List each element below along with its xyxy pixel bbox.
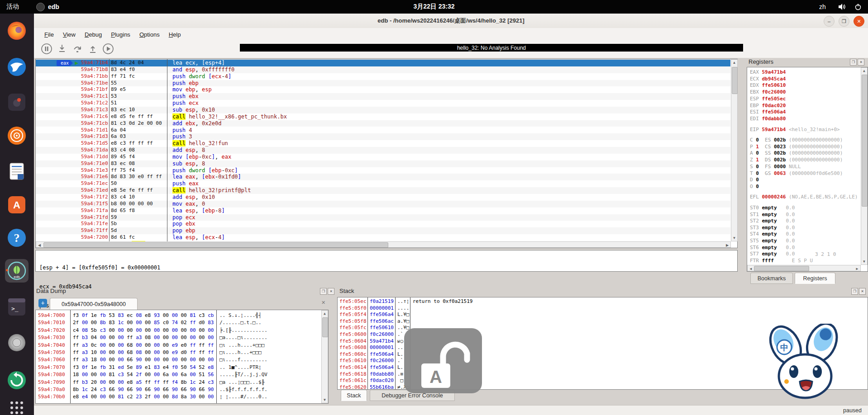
disasm-row[interactable]: eax59a4:71b48d 4c 24 04lea ecx, [esp+4] [36, 60, 730, 66]
activities-button[interactable]: 活动 [6, 0, 19, 14]
disasm-row[interactable]: 59a4:71ede8 5e fe ff ffcall hello_32!pri… [36, 187, 730, 194]
register-row[interactable]: EDI f0dabb80 [750, 116, 786, 122]
hex-dump-row[interactable]: 59a4:7020c4 08 5b c3 00 00 00 00 00 00 0… [36, 327, 328, 334]
app-grid-icon[interactable] [5, 396, 29, 415]
rhythmbox-icon[interactable] [5, 124, 29, 147]
hex-dump-row[interactable]: 59a4:7000f3 0f 1e fb 53 83 ec 08 e8 93 0… [36, 312, 328, 319]
help-icon[interactable]: ? [5, 226, 29, 250]
hex-dump-row[interactable]: 59a4:708018 00 00 00 81 c3 54 2f 00 00 6… [36, 371, 328, 378]
register-row[interactable]: EDX ffe50610 [750, 82, 786, 89]
keyboard-layout-indicator[interactable]: zh [819, 0, 826, 14]
writer-icon[interactable] [5, 160, 29, 183]
minimize-button[interactable]: – [824, 16, 835, 27]
close-panel-icon[interactable]: ✕ [859, 288, 866, 295]
fpu-register-row[interactable]: ST6 empty 0.0 [750, 245, 795, 251]
disasm-horizontal-scrollbar[interactable]: ◀ ▶ [36, 241, 731, 248]
flag-row[interactable]: P 1 CS 0023 (0000000000000000) [750, 144, 843, 150]
register-row[interactable]: ESP ffe505ec [750, 96, 786, 102]
disassembly-view[interactable]: eax59a4:71b48d 4c 24 04lea ecx, [esp+4]5… [35, 59, 738, 248]
disasm-vertical-scrollbar[interactable]: ▲ ▼ [731, 59, 738, 241]
disasm-row[interactable]: 59a4:71c251push ecx [36, 100, 730, 107]
fpu-register-row[interactable]: ST5 empty 0.0 [750, 238, 795, 244]
flag-row[interactable]: S 0 FS 0000 NULL [750, 164, 801, 170]
thunderbird-icon[interactable] [5, 55, 29, 79]
dump-region-tab[interactable]: 0x59a47000-0x59a48000 [50, 298, 138, 310]
stack-row[interactable]: ffe5:05f000000001.... [338, 305, 868, 312]
tab-bookmarks[interactable]: Bookmarks [750, 273, 793, 284]
hex-dump-row[interactable]: 59a4:7090ff b3 20 00 00 00 e8 a5 ff ff f… [36, 379, 328, 386]
register-row[interactable]: EAX 59a471b4 [750, 69, 786, 75]
flag-row[interactable]: C 0 ES 002b (0000000000000000) [750, 137, 843, 143]
hex-dump-row[interactable]: 59a4:7070f3 0f 1e fb 31 ed 5e 89 e1 83 e… [36, 364, 328, 371]
data-dump-panel-header[interactable]: Data Dump ❐ ✕ [35, 286, 337, 297]
registers-vertical-scrollbar[interactable]: ▲ ▼ [861, 67, 868, 265]
flag-row[interactable]: D 0 [750, 177, 759, 183]
disasm-row[interactable]: 59a4:71fe5bpop ebx [36, 221, 730, 227]
flag-row[interactable]: A 0 SS 002b (0000000000000000) [750, 150, 843, 156]
disasm-row[interactable]: 59a4:71cb81 c3 0d 2e 00 00add ebx, 0x2e0… [36, 120, 730, 127]
float-panel-icon[interactable]: ❐ [320, 288, 327, 295]
tab-registers[interactable]: Registers [795, 273, 835, 284]
disasm-row[interactable]: 59a4:71fa8d 65 f8lea esp, [ebp-8] [36, 208, 730, 214]
hex-dump-row[interactable]: 59a4:70a08b 1c 24 c3 66 90 66 90 66 90 6… [36, 386, 328, 393]
menu-debug[interactable]: Debug [80, 29, 106, 40]
disasm-row[interactable]: 59a4:72008d 61 fclea esp, [ecx-4] [36, 234, 730, 241]
disasm-row[interactable]: 59a4:71f283 c4 10add esp, 0x10 [36, 194, 730, 201]
hex-dump-row[interactable]: 59a4:70b0e8 e4 00 00 00 81 c2 23 2f 00 0… [36, 393, 328, 401]
register-row-eip[interactable]: EIP 59a471b4 <hello_32!main+0> [750, 127, 840, 133]
register-row-efl[interactable]: EFL 00000246 (NO,AE,E,BE,NS,P,GE,LE) [750, 194, 858, 200]
disasm-row[interactable]: 59a4:71bbff 71 fcpush dword [ecx-4] [36, 73, 730, 80]
fpu-register-row[interactable]: ST0 empty 0.0 [750, 205, 795, 211]
focused-app-name[interactable]: edb [48, 3, 59, 10]
register-row[interactable]: EBX f0c26000 [750, 89, 786, 95]
hex-dump-row[interactable]: 59a4:7030ff b3 04 00 00 00 ff a3 08 00 0… [36, 334, 328, 341]
disasm-row[interactable]: 59a4:71da83 c4 08add esp, 8 [36, 147, 730, 154]
menu-view[interactable]: View [58, 29, 80, 40]
menu-plugins[interactable]: Plugins [106, 29, 135, 40]
disasm-row[interactable]: 59a4:71bf89 e5mov ebp, esp [36, 86, 730, 93]
hex-dump-row[interactable]: 59a4:7040ff a3 0c 00 00 00 68 00 00 00 0… [36, 342, 328, 349]
registers-panel-header[interactable]: Registers ❐ ✕ [747, 57, 868, 67]
edb-icon[interactable]: edb [5, 259, 29, 283]
disasm-row[interactable]: 59a4:71d36a 03push 3 [36, 133, 730, 140]
menu-options[interactable]: Options [135, 29, 164, 40]
register-row[interactable]: EBP f0dac020 [750, 103, 786, 109]
software-icon[interactable]: A [5, 193, 29, 217]
fpu-register-row[interactable]: ST2 empty 0.0 [750, 218, 795, 224]
fpu-register-row[interactable]: ST3 empty 0.0 [750, 225, 795, 231]
disasm-row[interactable]: 59a4:71ff5dpop ebp [36, 227, 730, 234]
close-panel-icon[interactable]: ✕ [328, 288, 334, 295]
disasm-row[interactable]: 59a4:71b883 e4 f0and esp, 0xfffffff0 [36, 66, 730, 73]
pause-button[interactable] [40, 42, 53, 55]
step-into-button[interactable] [56, 42, 68, 55]
menu-file[interactable]: File [40, 29, 58, 40]
hex-dump-row[interactable]: 59a4:7050ff a3 10 00 00 00 68 08 00 00 0… [36, 349, 328, 356]
terminal-icon[interactable]: >_ [5, 295, 29, 319]
fpu-register-row[interactable]: ST4 empty 0.0 [750, 231, 795, 237]
stack-panel-header[interactable]: Stack ❐ ✕ [339, 286, 868, 297]
fpu-register-row[interactable]: ST1 empty 0.0 [750, 212, 795, 218]
step-over-button[interactable] [71, 42, 84, 55]
disasm-row[interactable]: 59a4:71e083 ec 08sub esp, 8 [36, 160, 730, 167]
step-out-button[interactable] [86, 42, 99, 55]
registers-horizontal-scrollbar[interactable]: ◀ ▶ [747, 265, 861, 271]
registers-view[interactable]: ▲ ▼ ◀ ▶ EAX 59a471b4ECX db945ca4EDX ffe5… [747, 67, 868, 272]
firefox-icon[interactable] [5, 19, 29, 42]
float-panel-icon[interactable]: ❐ [851, 288, 858, 295]
hex-dump-row[interactable]: 59a4:7060ff a3 18 00 00 00 66 90 00 00 0… [36, 356, 328, 363]
disasm-row[interactable]: 59a4:71ec50push eax [36, 180, 730, 187]
stack-row[interactable]: ffe5:05ecf0a21519..т¦return to 0xf0a2151… [338, 298, 868, 305]
fpu-register-row[interactable]: ST7 empty 0.0 [750, 251, 795, 257]
disasm-row[interactable]: 59a4:71e3ff 75 f4push dword [ebp-0xc] [36, 167, 730, 174]
tab-stack[interactable]: Stack [341, 390, 367, 401]
disasm-row[interactable]: 59a4:71c6e8 d5 fe ff ffcall hello_32!__x… [36, 113, 730, 120]
system-green-icon[interactable] [5, 368, 29, 392]
add-dump-tab-button[interactable]: + [38, 299, 47, 307]
run-button[interactable] [102, 42, 114, 55]
menu-help[interactable]: Help [164, 29, 186, 40]
disasm-row[interactable]: 59a4:71c153push ebx [36, 93, 730, 100]
flag-row[interactable]: T 0 GS 0063 (00000000f0d6e500) [750, 170, 843, 177]
disasm-row[interactable]: 59a4:71be55push ebp [36, 80, 730, 87]
stack-row[interactable]: ffe5:05f4ffe506a4L.¥□ [338, 311, 868, 318]
close-panel-icon[interactable]: ✕ [858, 59, 864, 66]
